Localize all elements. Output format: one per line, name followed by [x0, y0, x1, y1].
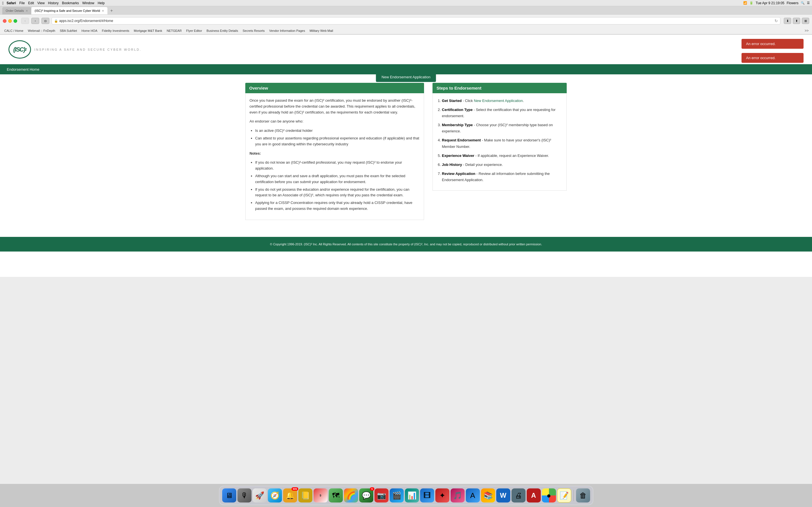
- overview-body: Once you have passed the exam for an (IS…: [245, 93, 424, 220]
- error-notification-1: An error occurred.: [742, 39, 804, 49]
- safari-chrome: Order Details ✕ (ISC)² Inspiring a Safe …: [0, 6, 812, 35]
- isc2-footer: © Copyright 1996-2019. (ISC)² Inc. All R…: [0, 237, 812, 251]
- overview-endorser-list: Is an active (ISC)² credential holder Ca…: [255, 128, 420, 147]
- isc2-tagline: INSPIRING A SAFE AND SECURE CYBER WORLD.: [35, 48, 142, 51]
- menubar-right: 📶 🔋 Tue Apr 9 21:19:05 Flowers 🔍 ☰: [743, 1, 810, 5]
- new-tab-icon-button[interactable]: ⊞: [802, 18, 809, 24]
- apple-menu[interactable]: : [2, 1, 4, 5]
- isc2-logo: (ISC)2 INSPIRING A SAFE AND SECURE CYBER…: [8, 40, 142, 59]
- tab-isc2[interactable]: (ISC)² Inspiring a Safe and Secure Cyber…: [31, 7, 107, 14]
- toolbar-right-buttons: ⬇ ⬆ ⊞: [784, 18, 809, 24]
- isc2-header: (ISC)2 INSPIRING A SAFE AND SECURE CYBER…: [0, 35, 812, 64]
- bookmark-calc-home[interactable]: CALC / Home: [2, 29, 26, 33]
- overview-header: Overview: [245, 83, 424, 93]
- bookmark-secrets-resorts[interactable]: Secrets Resorts: [241, 29, 267, 33]
- sidebar-toggle-button[interactable]: ⊡: [42, 18, 49, 24]
- bookmarks-more-button[interactable]: >>: [804, 28, 810, 33]
- steps-body: Get Started - Click New Endorsement Appl…: [433, 93, 567, 191]
- tab-label: (ISC)² Inspiring a Safe and Secure Cyber…: [35, 9, 100, 12]
- step-6: Job History - Detail your experience.: [442, 162, 562, 168]
- list-item: Can attest to your assertions regarding …: [255, 135, 420, 147]
- bookmark-flyer-editor[interactable]: Flyer Editor: [184, 29, 204, 33]
- app-menu-safari[interactable]: Safari: [6, 1, 16, 5]
- page-content: (ISC)2 INSPIRING A SAFE AND SECURE CYBER…: [0, 35, 812, 277]
- main-content: New Endorsement Application Overview Onc…: [237, 74, 575, 228]
- menu-bar-items: Safari File Edit View History Bookmarks …: [6, 1, 105, 5]
- forward-button[interactable]: ›: [31, 18, 39, 24]
- menu-help[interactable]: Help: [98, 1, 105, 5]
- steps-section: Steps to Endorsement Get Started - Click…: [433, 83, 567, 220]
- url-text: apps.isc2.org/Endorsement/#/Home: [59, 19, 113, 23]
- maximize-button[interactable]: [13, 19, 17, 23]
- error-notification-2: An error occurred.: [742, 53, 804, 63]
- wifi-icon: 📶: [743, 1, 747, 5]
- step-5: Experience Waiver - If applicable, reque…: [442, 153, 562, 159]
- new-endorsement-link[interactable]: New Endorsement Application: [474, 99, 523, 103]
- share-button[interactable]: ⬆: [793, 18, 800, 24]
- bookmark-webmail[interactable]: Webmail :: FnDepth: [26, 29, 57, 33]
- overview-para1: Once you have passed the exam for an (IS…: [250, 98, 420, 115]
- bookmark-military-web[interactable]: Military Web Mail: [308, 29, 335, 33]
- overview-endorser-intro: An endorser can be anyone who:: [250, 119, 420, 124]
- steps-header: Steps to Endorsement: [433, 83, 567, 93]
- menu-file[interactable]: File: [19, 1, 24, 5]
- menu-edit[interactable]: Edit: [28, 1, 34, 5]
- bookmark-mortgage[interactable]: Mortgage M&T Bank: [132, 29, 164, 33]
- steps-list: Get Started - Click New Endorsement Appl…: [442, 98, 562, 183]
- clock: Tue Apr 9 21:19:05: [756, 1, 784, 5]
- back-button[interactable]: ‹: [21, 18, 29, 24]
- footer-text: © Copyright 1996-2019. (ISC)² Inc. All R…: [270, 242, 542, 246]
- bookmark-business-entity[interactable]: Business Entity Details: [205, 29, 240, 33]
- list-item: If you do not know an (ISC)²-certified p…: [255, 160, 420, 172]
- step-7: Review Application - Review all informat…: [442, 171, 562, 183]
- bookmark-vendor-info[interactable]: Vendor Information Pages: [267, 29, 307, 33]
- bookmark-fidelity[interactable]: Fidelity Investments: [100, 29, 131, 33]
- bookmark-netgear[interactable]: NETGEAR: [165, 29, 184, 33]
- lock-icon: 🔒: [54, 19, 58, 23]
- list-item: Applying for a CISSP Concentration requi…: [255, 200, 420, 212]
- overview-section: Overview Once you have passed the exam f…: [245, 83, 424, 220]
- new-tab-button[interactable]: +: [109, 7, 114, 14]
- close-button[interactable]: [3, 19, 6, 23]
- overview-notes-list: If you do not know an (ISC)²-certified p…: [255, 160, 420, 212]
- step-1: Get Started - Click New Endorsement Appl…: [442, 98, 562, 104]
- search-icon[interactable]: 🔍: [801, 1, 805, 5]
- list-item: Although you can start and save a draft …: [255, 173, 420, 185]
- menu-view[interactable]: View: [38, 1, 45, 5]
- bookmarks-bar: CALC / Home Webmail :: FnDepth SBA SubNe…: [0, 27, 812, 34]
- endorsement-home-link[interactable]: Endorsement Home: [6, 67, 41, 71]
- battery-icon: 🔋: [749, 1, 753, 5]
- tab-close-icon[interactable]: ✕: [102, 9, 104, 12]
- reload-button[interactable]: ↻: [774, 18, 778, 23]
- menu-window[interactable]: Window: [82, 1, 94, 5]
- menu-bookmarks[interactable]: Bookmarks: [62, 1, 79, 5]
- isc2-logo-circle: (ISC)2: [8, 40, 31, 59]
- menu-history[interactable]: History: [48, 1, 58, 5]
- traffic-lights: [3, 19, 17, 23]
- step-4: Request Endorsement - Make sure to have …: [442, 137, 562, 150]
- bookmark-hoa[interactable]: Home HOA: [80, 29, 99, 33]
- step-3: Membership Type - Choose your (ISC)² mem…: [442, 122, 562, 134]
- new-endorsement-application-button[interactable]: New Endorsement Application: [376, 72, 436, 82]
- notification-icon[interactable]: ☰: [807, 1, 810, 5]
- step-2: Certification Type - Select the certific…: [442, 107, 562, 119]
- list-item: Is an active (ISC)² credential holder: [255, 128, 420, 134]
- download-button[interactable]: ⬇: [784, 18, 791, 24]
- user-name[interactable]: Flowers: [786, 1, 799, 5]
- list-item: If you do not yet possess the education …: [255, 187, 420, 199]
- tab-label: Order Details: [6, 9, 24, 12]
- minimize-button[interactable]: [8, 19, 12, 23]
- tab-close-icon[interactable]: ✕: [26, 9, 28, 12]
- bookmark-sba[interactable]: SBA SubNet: [58, 29, 79, 33]
- tab-bar: Order Details ✕ (ISC)² Inspiring a Safe …: [0, 6, 812, 15]
- safari-toolbar: ‹ › ⊡ 🔒 apps.isc2.org/Endorsement/#/Home…: [0, 15, 812, 27]
- notes-label: Notes:: [250, 151, 420, 157]
- dock-spacer: [0, 251, 812, 277]
- url-bar[interactable]: 🔒 apps.isc2.org/Endorsement/#/Home ↻: [52, 17, 780, 24]
- mac-menubar:  Safari File Edit View History Bookmark…: [0, 0, 812, 6]
- tab-order-details[interactable]: Order Details ✕: [2, 7, 31, 14]
